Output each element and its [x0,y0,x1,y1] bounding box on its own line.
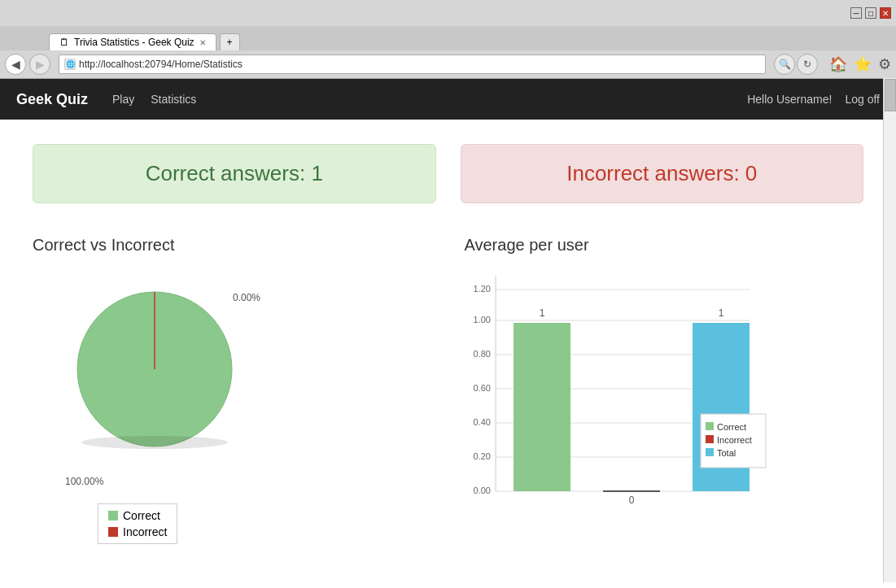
svg-text:Incorrect: Incorrect [717,435,752,445]
bar-chart-area: 1.20 1.00 0.80 0.60 0.40 0.20 0.00 [465,268,864,528]
maximize-button[interactable]: □ [865,7,876,19]
pie-chart-title: Correct vs Incorrect [33,236,432,255]
forward-button[interactable]: ▶ [29,54,50,75]
close-button[interactable]: ✕ [880,7,891,19]
tab-bar: 🗒 Trivia Statistics - Geek Quiz ✕ + [0,26,896,50]
pie-svg [49,268,260,463]
svg-text:1.20: 1.20 [473,284,490,294]
navbar: Geek Quiz Play Statistics Hello Username… [0,79,896,120]
svg-text:1: 1 [539,307,544,319]
favorites-icon[interactable]: ⭐ [854,55,872,73]
scrollbar-thumb[interactable] [885,79,896,111]
active-tab[interactable]: 🗒 Trivia Statistics - Geek Quiz ✕ [49,33,216,50]
url-text: http://localhost:20794/Home/Statistics [79,59,243,70]
user-greeting: Hello Username! [747,93,832,106]
nav-play[interactable]: Play [112,93,134,106]
svg-text:1.00: 1.00 [473,315,490,324]
title-bar: ─ □ ✕ [0,0,896,26]
tab-title: Trivia Statistics - Geek Quiz [74,37,194,48]
incorrect-answers-box: Incorrect answers: 0 [461,144,864,203]
bar-chart-container: Average per user 1.20 1.00 0.80 0.60 0.4… [465,236,864,544]
charts-section: Correct vs Incorrect 0.00% 100.00% [33,236,863,544]
scrollbar[interactable] [883,78,896,582]
svg-rect-27 [706,448,714,456]
pie-legend: Correct Incorrect [98,503,177,544]
home-icon[interactable]: 🏠 [829,55,847,73]
answer-boxes: Correct answers: 1 Incorrect answers: 0 [33,144,863,203]
minimize-button[interactable]: ─ [850,7,862,19]
svg-point-2 [81,436,228,449]
svg-text:Correct: Correct [717,422,746,432]
url-icon: 🌐 [64,59,76,70]
svg-text:0.00: 0.00 [473,486,490,495]
tab-favicon: 🗒 [59,37,69,48]
incorrect-answers-label: Incorrect answers: 0 [566,161,757,185]
main-content: Correct answers: 1 Incorrect answers: 0 … [0,120,896,588]
new-tab[interactable]: + [220,33,240,50]
incorrect-color-swatch [108,527,118,537]
search-icon[interactable]: 🔍 [774,54,795,75]
pie-label-incorrect: 0.00% [233,292,260,303]
nav-statistics[interactable]: Statistics [151,93,196,106]
bar-chart-svg: 1.20 1.00 0.80 0.60 0.40 0.20 0.00 [465,268,831,528]
bar-chart-title: Average per user [465,236,864,255]
svg-text:0.80: 0.80 [473,349,490,359]
correct-color-swatch [108,511,118,520]
pie-chart-area: 0.00% 100.00% [33,268,277,503]
url-box[interactable]: 🌐 http://localhost:20794/Home/Statistics [59,54,766,74]
navbar-brand[interactable]: Geek Quiz [16,91,88,108]
pie-legend-incorrect: Incorrect [108,525,167,538]
settings-icon[interactable]: ⚙ [878,55,891,73]
svg-text:0.40: 0.40 [473,417,490,427]
svg-rect-25 [706,435,714,443]
logoff-link[interactable]: Log off [845,93,880,106]
svg-text:0.60: 0.60 [473,383,490,393]
navbar-right: Hello Username! Log off [747,93,880,106]
svg-rect-23 [706,422,714,430]
correct-answers-label: Correct answers: 1 [146,161,323,185]
svg-text:1: 1 [718,307,723,319]
pie-legend-correct: Correct [108,509,167,522]
back-button[interactable]: ◀ [5,54,26,75]
navbar-links: Play Statistics [112,93,747,106]
pie-chart-container: Correct vs Incorrect 0.00% 100.00% [33,236,432,544]
pie-incorrect-label: Incorrect [123,525,167,538]
correct-answers-box: Correct answers: 1 [33,144,436,203]
pie-correct-label: Correct [123,509,160,522]
svg-text:Total: Total [717,448,736,458]
svg-text:0: 0 [628,494,634,506]
svg-text:0.20: 0.20 [473,451,490,461]
pie-label-correct: 100.00% [65,476,103,487]
address-bar: ◀ ▶ 🌐 http://localhost:20794/Home/Statis… [0,50,896,78]
bar-correct [514,323,570,491]
refresh-icon[interactable]: ↻ [797,54,818,75]
tab-close-button[interactable]: ✕ [199,38,206,47]
toolbar-icons: 🏠 ⭐ ⚙ [829,55,891,73]
window-controls: ─ □ ✕ [850,7,891,19]
